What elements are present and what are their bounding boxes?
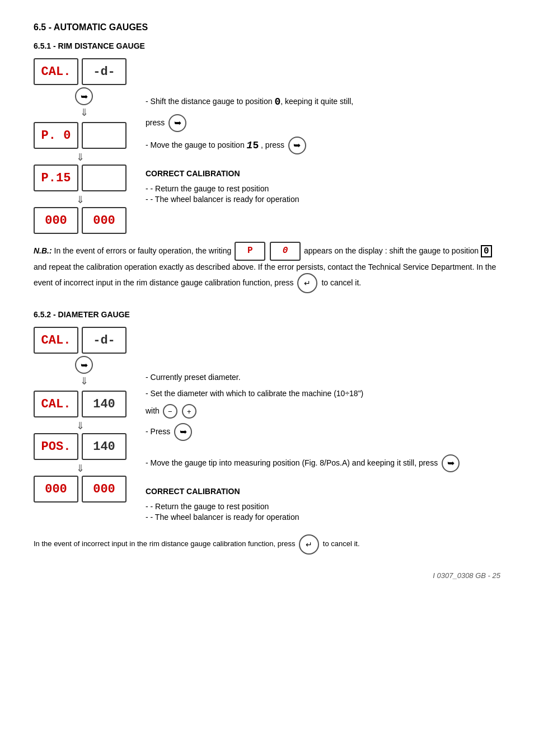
nb-text3: and repeat the calibration operation exa… — [34, 262, 496, 287]
diagram-left-2: CAL. -d- ➥ ⇓ CAL. 140 ⇓ POS. 140 — [34, 327, 134, 523]
cancel-button-1[interactable]: ↵ — [297, 273, 317, 293]
with-label: with — [146, 406, 160, 415]
display-p0-right — [82, 122, 127, 149]
footer-text: I 0307_0308 GB - 25 — [433, 571, 500, 580]
nb-display-0: 0 — [270, 242, 301, 261]
bottom-note-text1: In the event of incorrect input in the r… — [34, 540, 296, 548]
press-button-icon-4[interactable]: ➥ — [442, 454, 460, 472]
arrow-down-2-3: ⇓ — [34, 462, 127, 475]
arrow-down-2-1: ⇓ — [38, 375, 130, 387]
press-button-icon-1[interactable]: ➥ — [168, 114, 186, 132]
press-button-icon-3[interactable]: ➥ — [174, 423, 192, 441]
correct-calibration-label-1: CORRECT CALIBRATION — [146, 168, 500, 180]
display-d-top-2: -d- — [82, 327, 127, 354]
display-row-2: P. 0 — [34, 122, 134, 149]
instruction-press-2: - Press ➥ — [146, 423, 500, 441]
cal-item-ready-2: - The wheel balancer is ready for operat… — [146, 513, 500, 522]
display-cal-top: CAL. — [34, 58, 78, 85]
arrow-down-3: ⇓ — [34, 194, 127, 206]
cancel-button-2[interactable]: ↵ — [299, 534, 319, 555]
nb-block: N.B.: In the event of errors or faulty o… — [34, 242, 500, 293]
instruction-press-1: press ➥ — [146, 114, 500, 132]
section-6-5-1: 6.5.1 - RIM DISTANCE GAUGE CAL. -d- ➥ ⇓ … — [34, 41, 500, 293]
calibration-list-2: - Return the gauge to rest position - Th… — [146, 502, 500, 523]
nb-text2: appears on the display : shift the gauge… — [304, 246, 481, 255]
display-000-right-2: 000 — [82, 476, 127, 503]
instruction-move: - Move the gauge to position 15 , press … — [146, 137, 500, 154]
arrow-down-2-2: ⇓ — [34, 420, 127, 432]
minus-button[interactable]: − — [163, 404, 177, 419]
press-button-icon-2[interactable]: ➥ — [288, 137, 306, 154]
display-p15: P.15 — [34, 165, 78, 191]
display-pos: POS. — [34, 433, 78, 460]
instruction-shift: - Shift the distance gauge to position 0… — [146, 95, 500, 110]
calibration-list-1: - Return the gauge to rest position - Th… — [146, 184, 500, 205]
instruction-set: - Set the diameter with which to calibra… — [146, 388, 500, 400]
press-label-2: - Press — [146, 427, 170, 436]
display-panel-2-3: POS. 140 — [34, 433, 127, 460]
display-panel-3: P.15 — [34, 165, 127, 191]
section-6-5-2-title: 6.5.2 - DIAMETER GAUGE — [34, 310, 500, 319]
nb-text1: In the event of errors or faulty operati… — [54, 246, 234, 255]
display-panel-1: CAL. -d- — [34, 58, 127, 85]
move-label: - Move the gauge tip into measuring posi… — [146, 458, 438, 467]
nb-display-p: P — [235, 242, 265, 261]
display-000-left-1: 000 — [34, 207, 78, 234]
instruction-preset: - Currently preset diameter. — [146, 372, 500, 383]
display-panel-2-4: 000 000 — [34, 476, 127, 503]
display-panel-2-2: CAL. 140 — [34, 391, 127, 417]
display-row-2-1: CAL. -d- — [34, 327, 134, 354]
diagram-left-1: CAL. -d- ➥ ⇓ P. 0 ⇓ P.15 — [34, 58, 134, 236]
display-p15-right — [82, 165, 127, 191]
instruction-with-btns: with − + — [146, 404, 500, 419]
nb-label: N.B.: — [34, 246, 52, 255]
display-row-3: P.15 — [34, 165, 134, 191]
diagram-right-1: - Shift the distance gauge to position 0… — [146, 58, 500, 236]
instr1-text: - Shift the distance gauge to position — [146, 97, 272, 106]
bottom-note-text2: to cancel it. — [323, 540, 360, 548]
section-6-5-1-title: 6.5.1 - RIM DISTANCE GAUGE — [34, 41, 500, 50]
diagram-area-2: CAL. -d- ➥ ⇓ CAL. 140 ⇓ POS. 140 — [34, 327, 500, 523]
display-140-2: 140 — [82, 433, 127, 460]
display-p0: P. 0 — [34, 122, 78, 149]
press-button-1[interactable]: ➥ — [75, 87, 93, 105]
main-title: 6.5 - AUTOMATIC GAUGES — [34, 22, 500, 32]
display-000-right-1: 000 — [82, 207, 127, 234]
display-panel-4: 000 000 — [34, 207, 127, 234]
page-footer: I 0307_0308 GB - 25 — [34, 571, 500, 580]
cal-item-return-1: - Return the gauge to rest position — [146, 184, 500, 193]
position-zero-char: 0 — [274, 96, 280, 107]
display-panel-2: P. 0 — [34, 122, 127, 149]
display-row-4: 000 000 — [34, 207, 134, 234]
instruction-move-2: - Move the gauge tip into measuring posi… — [146, 454, 500, 472]
display-000-left-2: 000 — [34, 476, 78, 503]
display-row-2-3: POS. 140 — [34, 433, 134, 460]
display-d-top: -d- — [82, 58, 127, 85]
instr2-text: - Move the gauge to position — [146, 140, 245, 149]
diagram-right-2: - Currently preset diameter. - Set the d… — [146, 327, 500, 523]
display-panel-2-1: CAL. -d- — [34, 327, 127, 354]
display-140-1: 140 — [82, 391, 127, 417]
instr1b-text: , keeping it quite still, — [280, 97, 353, 106]
section-6-5-2: 6.5.2 - DIAMETER GAUGE CAL. -d- ➥ ⇓ CAL.… — [34, 310, 500, 555]
cal-item-ready-1: - The wheel balancer is ready for operat… — [146, 195, 500, 204]
arrow-down-1: ⇓ — [38, 106, 130, 119]
bottom-note: In the event of incorrect input in the r… — [34, 534, 500, 555]
press-button-2[interactable]: ➥ — [75, 356, 93, 374]
display-row-2-4: 000 000 — [34, 476, 134, 503]
display-cal-2: CAL. — [34, 391, 78, 417]
diagram-area-1: CAL. -d- ➥ ⇓ P. 0 ⇓ P.15 — [34, 58, 500, 236]
correct-calibration-label-2: CORRECT CALIBRATION — [146, 486, 500, 497]
nb-text4: to cancel it. — [321, 278, 361, 287]
display-cal-top-2: CAL. — [34, 327, 78, 354]
display-row-1: CAL. -d- — [34, 58, 134, 85]
arrow-down-2: ⇓ — [34, 151, 127, 163]
cal-item-return-2: - Return the gauge to rest position — [146, 502, 500, 511]
press-label-1: press — [146, 118, 165, 127]
position-15-char: 15 — [247, 140, 259, 151]
display-row-2-2: CAL. 140 — [34, 391, 134, 417]
instr2b-text: , press — [261, 140, 284, 149]
nb-position-0: 0 — [481, 245, 492, 257]
plus-button[interactable]: + — [182, 404, 196, 419]
